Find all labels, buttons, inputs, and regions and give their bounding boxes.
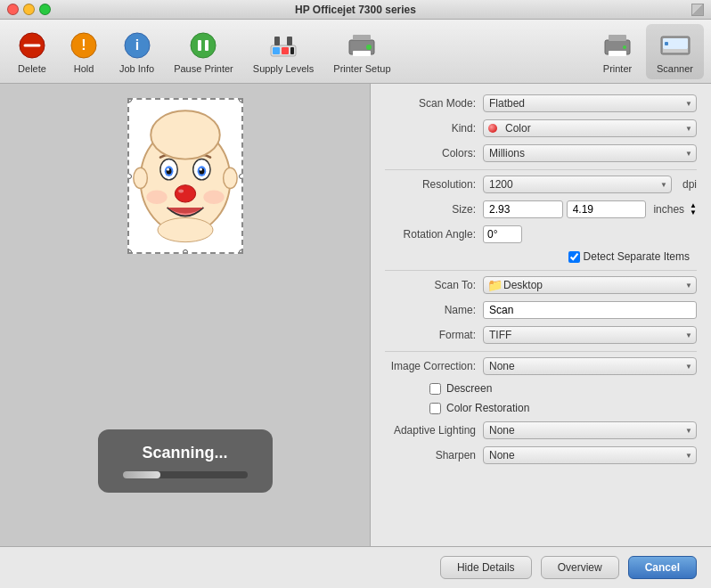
size-height-input[interactable] <box>567 200 647 218</box>
cancel-button[interactable]: Cancel <box>628 556 697 579</box>
handle-br[interactable] <box>239 249 243 254</box>
divider-3 <box>385 351 697 352</box>
name-row: Name: <box>385 301 697 319</box>
toolbar-supply-levels[interactable]: Supply Levels <box>244 24 323 79</box>
resolution-select-wrapper[interactable]: 72 150 300 600 1200 ▼ <box>483 176 672 193</box>
colors-select-wrapper[interactable]: Millions Thousands 256 <box>483 144 697 162</box>
svg-point-36 <box>199 168 201 171</box>
image-correction-select[interactable]: None Manual <box>483 357 697 375</box>
close-button[interactable] <box>7 4 19 15</box>
printer-icon <box>601 29 633 61</box>
svg-point-28 <box>140 127 230 233</box>
toolbar-job-info[interactable]: i Job Info <box>110 24 163 79</box>
adaptive-lighting-label: Adaptive Lighting <box>385 424 483 437</box>
printer-setup-label: Printer Setup <box>333 63 390 74</box>
window-title: HP Officejet 7300 series <box>295 4 416 16</box>
toolbar-printer-setup[interactable]: Printer Setup <box>324 24 399 79</box>
supply-levels-icon <box>267 29 299 61</box>
pause-printer-icon <box>187 29 219 61</box>
delete-label: Delete <box>18 63 46 74</box>
toolbar-scanner-button[interactable]: Scanner <box>646 24 704 79</box>
colors-select[interactable]: Millions Thousands 256 <box>483 144 697 162</box>
descreen-label: Descreen <box>446 382 492 395</box>
main-content: Scanning... Scan Mode: Flatbed Document … <box>0 84 711 546</box>
toolbar-hold[interactable]: ! Hold <box>59 24 109 79</box>
svg-point-43 <box>146 190 167 204</box>
size-controls: inches ▲ ▼ <box>483 200 697 218</box>
minimize-button[interactable] <box>23 4 35 15</box>
adaptive-lighting-select[interactable]: None Normal Strong <box>483 421 697 439</box>
job-info-icon: i <box>121 29 153 61</box>
maximize-button[interactable] <box>39 4 51 15</box>
resolution-label: Resolution: <box>385 178 483 191</box>
scan-to-row: Scan To: Desktop Documents 📁 <box>385 276 697 294</box>
overview-button[interactable]: Overview <box>541 556 619 579</box>
rotation-label: Rotation Angle: <box>385 228 483 241</box>
format-select-wrapper[interactable]: TIFF JPEG PNG PDF <box>483 326 697 344</box>
svg-rect-20 <box>609 35 626 41</box>
toolbar-pause-printer[interactable]: Pause Printer <box>165 24 242 79</box>
descreen-checkbox[interactable] <box>429 383 441 395</box>
title-bar: HP Officejet 7300 series <box>0 0 711 20</box>
resolution-row: Resolution: 72 150 300 600 1200 ▼ dpi <box>385 176 697 193</box>
svg-point-18 <box>366 45 372 50</box>
printer-label: Printer <box>603 63 632 74</box>
scan-to-select-wrapper[interactable]: Desktop Documents 📁 <box>483 276 697 294</box>
svg-point-44 <box>203 190 224 204</box>
scan-mode-row: Scan Mode: Flatbed Document Feeder <box>385 94 697 112</box>
format-row: Format: TIFF JPEG PNG PDF <box>385 326 697 344</box>
kind-select-wrapper[interactable]: Color Black & White Grayscale <box>483 119 697 137</box>
handle-ml[interactable] <box>127 174 132 179</box>
hide-details-button[interactable]: Hide Details <box>440 556 532 579</box>
handle-mr[interactable] <box>239 174 243 179</box>
resize-handle[interactable] <box>691 4 704 16</box>
size-stepper[interactable]: ▲ ▼ <box>690 202 697 216</box>
kind-select[interactable]: Color Black & White Grayscale <box>483 119 697 137</box>
detect-row: Detect Separate Items <box>385 250 697 263</box>
image-correction-label: Image Correction: <box>385 360 483 372</box>
sharpen-select[interactable]: None Normal Strong <box>483 446 697 464</box>
name-input[interactable] <box>483 301 697 319</box>
color-restoration-checkbox[interactable] <box>429 403 441 414</box>
svg-rect-17 <box>353 51 371 56</box>
size-width-input[interactable] <box>483 200 563 218</box>
svg-point-40 <box>223 167 237 188</box>
rotation-input[interactable] <box>483 225 522 243</box>
handle-bm[interactable] <box>183 249 188 254</box>
svg-text:i: i <box>135 37 138 53</box>
color-restoration-label: Color Restoration <box>446 402 529 414</box>
toolbar-delete[interactable]: Delete <box>7 24 57 79</box>
scan-mode-select[interactable]: Flatbed Document Feeder <box>483 94 697 112</box>
sharpen-label: Sharpen <box>385 449 483 461</box>
handle-bl[interactable] <box>127 249 132 254</box>
sharpen-select-wrapper[interactable]: None Normal Strong <box>483 446 697 464</box>
adaptive-lighting-row: Adaptive Lighting None Normal Strong <box>385 421 697 439</box>
size-label: Size: <box>385 203 483 216</box>
settings-panel: Scan Mode: Flatbed Document Feeder Kind:… <box>370 84 711 546</box>
format-select[interactable]: TIFF JPEG PNG PDF <box>483 326 697 344</box>
toolbar-printer-button[interactable]: Printer <box>591 24 644 79</box>
size-down-arrow[interactable]: ▼ <box>690 209 697 216</box>
size-unit-label: inches <box>653 203 684 216</box>
name-label: Name: <box>385 304 483 316</box>
svg-point-38 <box>178 190 184 193</box>
scan-to-select[interactable]: Desktop Documents <box>483 276 697 294</box>
resolution-select[interactable]: 72 150 300 600 1200 <box>483 176 672 193</box>
svg-rect-26 <box>665 42 668 45</box>
rotation-row: Rotation Angle: <box>385 225 697 243</box>
progress-fill <box>123 471 160 478</box>
svg-rect-21 <box>609 51 626 56</box>
detect-separate-checkbox[interactable] <box>568 251 580 263</box>
image-correction-select-wrapper[interactable]: None Manual <box>483 357 697 375</box>
scan-mode-select-wrapper[interactable]: Flatbed Document Feeder <box>483 94 697 112</box>
printer-setup-icon <box>346 29 378 61</box>
detect-separate-label: Detect Separate Items <box>584 250 690 263</box>
pause-printer-label: Pause Printer <box>174 63 233 74</box>
svg-point-35 <box>167 168 169 171</box>
handle-tr[interactable] <box>239 98 243 102</box>
handle-tl[interactable] <box>127 98 132 102</box>
adaptive-lighting-select-wrapper[interactable]: None Normal Strong <box>483 421 697 439</box>
window-controls[interactable] <box>7 4 51 15</box>
sharpen-row: Sharpen None Normal Strong <box>385 446 697 464</box>
scan-image <box>129 100 241 252</box>
